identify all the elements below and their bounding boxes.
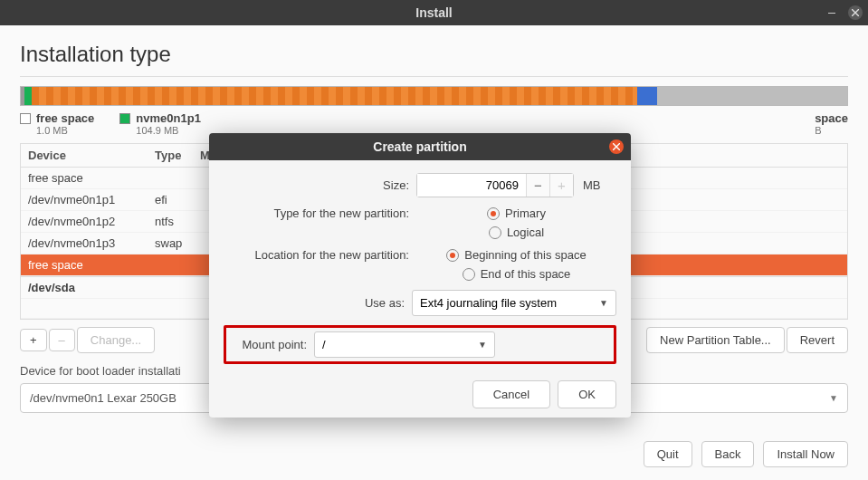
ok-button[interactable]: OK <box>558 380 616 408</box>
quit-button[interactable]: Quit <box>644 441 692 467</box>
dialog-titlebar: Create partition <box>209 133 631 160</box>
back-button[interactable]: Back <box>701 441 755 467</box>
size-spinbox: − + <box>416 173 574 197</box>
size-input[interactable] <box>417 174 526 197</box>
disk-usage-bar <box>20 86 848 106</box>
disk-legend: free space1.0 MB nvme0n1p1104.9 MB space… <box>20 111 848 136</box>
window-title: Install <box>415 5 452 20</box>
separator <box>20 76 848 77</box>
chevron-down-icon: ▼ <box>829 393 838 403</box>
remove-partition-button[interactable]: – <box>49 329 75 351</box>
legend-item: free space1.0 MB <box>20 111 94 136</box>
new-partition-table-button[interactable]: New Partition Table... <box>646 327 785 353</box>
revert-button[interactable]: Revert <box>787 327 848 353</box>
mount-point-select[interactable]: / ▼ <box>314 331 495 358</box>
dialog-title: Create partition <box>373 139 466 154</box>
close-icon[interactable] <box>848 5 863 20</box>
cancel-button[interactable]: Cancel <box>472 380 550 408</box>
chevron-down-icon: ▼ <box>478 340 487 350</box>
legend-item: nvme0n1p1104.9 MB <box>119 111 201 136</box>
radio-primary[interactable]: Primary <box>487 206 546 220</box>
size-label: Size: <box>224 178 409 192</box>
size-increment-button[interactable]: + <box>549 174 573 197</box>
change-partition-button[interactable]: Change... <box>77 327 155 353</box>
size-decrement-button[interactable]: − <box>526 174 549 197</box>
use-as-label: Use as: <box>224 296 405 310</box>
radio-beginning[interactable]: Beginning of this space <box>446 248 586 262</box>
legend-item: spaceB <box>815 111 848 136</box>
chevron-down-icon: ▼ <box>599 298 608 308</box>
use-as-select[interactable]: Ext4 journaling file system ▼ <box>412 290 616 316</box>
window-controls <box>825 5 863 20</box>
window-titlebar: Install <box>0 0 868 25</box>
add-partition-button[interactable]: + <box>20 329 47 351</box>
mount-point-highlight: Mount point: / ▼ <box>224 325 616 364</box>
partition-type-label: Type for the new partition: <box>224 206 409 220</box>
close-icon[interactable] <box>609 139 624 154</box>
install-now-button[interactable]: Install Now <box>763 441 848 467</box>
size-unit: MB <box>583 178 601 192</box>
radio-end[interactable]: End of this space <box>463 267 571 281</box>
create-partition-dialog: Create partition Size: − + MB Type for t… <box>209 133 631 418</box>
page-title: Installation type <box>20 42 848 67</box>
wizard-footer: Quit Back Install Now <box>644 441 848 467</box>
minimize-icon[interactable] <box>825 5 839 20</box>
radio-logical[interactable]: Logical <box>489 226 544 239</box>
mount-point-label: Mount point: <box>230 338 307 351</box>
partition-location-label: Location for the new partition: <box>224 248 409 262</box>
